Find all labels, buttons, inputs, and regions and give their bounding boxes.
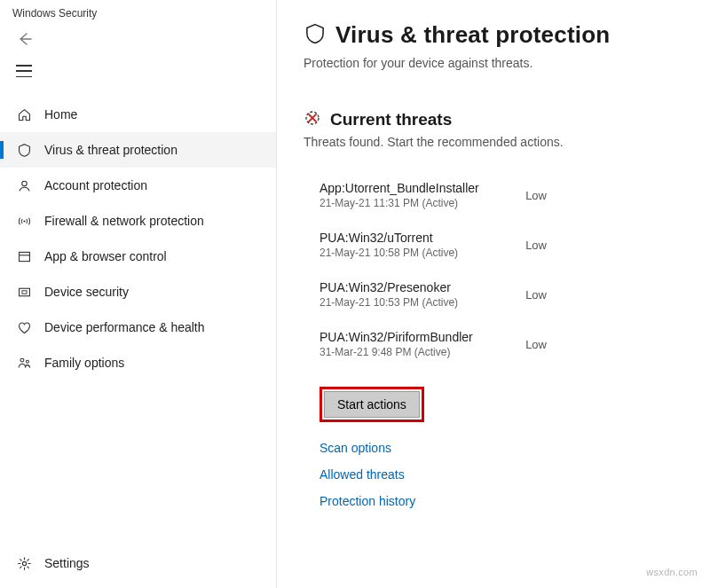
back-arrow-icon xyxy=(16,30,34,48)
threat-item[interactable]: PUA:Win32/PiriformBundler 31-Mar-21 9:48… xyxy=(320,319,550,369)
allowed-threats-link[interactable]: Allowed threats xyxy=(320,461,683,488)
svg-rect-3 xyxy=(19,288,29,296)
sidebar-item-label: Device performance & health xyxy=(44,320,205,334)
family-icon xyxy=(16,355,32,371)
sidebar-item-label: Home xyxy=(44,107,77,122)
threat-item[interactable]: App:Utorrent_BundleInstaller 21-May-21 1… xyxy=(320,170,550,220)
sidebar-item-home[interactable]: Home xyxy=(0,97,276,132)
hamburger-menu-button[interactable] xyxy=(0,56,276,86)
chip-icon xyxy=(16,284,32,300)
sidebar-item-app-browser[interactable]: App & browser control xyxy=(0,239,276,274)
svg-point-6 xyxy=(26,360,28,363)
person-icon xyxy=(16,177,32,193)
antenna-icon xyxy=(16,213,32,229)
links-section: Scan options Allowed threats Protection … xyxy=(320,435,683,514)
sidebar-item-device-security[interactable]: Device security xyxy=(0,274,276,310)
windows-security-window: Windows Security Home Virus & xyxy=(0,0,710,588)
scan-options-link[interactable]: Scan options xyxy=(320,435,683,461)
sidebar-item-virus-threat[interactable]: Virus & threat protection xyxy=(0,132,276,168)
start-actions-highlight: Start actions xyxy=(320,387,424,422)
svg-point-1 xyxy=(23,220,25,222)
sidebar-item-settings[interactable]: Settings xyxy=(0,545,276,581)
threat-meta: 31-Mar-21 9:48 PM (Active) xyxy=(320,346,473,358)
threat-name: PUA:Win32/Presenoker xyxy=(320,280,458,294)
threat-name: PUA:Win32/uTorrent xyxy=(320,231,458,245)
home-icon xyxy=(16,106,32,122)
page-subtitle: Protection for your device against threa… xyxy=(304,56,683,70)
watermark: wsxdn.com xyxy=(646,567,698,577)
section-header-current-threats: Current threats xyxy=(304,109,683,129)
main-content: Virus & threat protection Protection for… xyxy=(277,0,710,588)
threat-meta: 21-May-21 11:31 PM (Active) xyxy=(320,197,479,209)
shield-icon xyxy=(16,142,32,158)
threat-meta: 21-May-21 10:53 PM (Active) xyxy=(320,296,458,309)
nav-list: Home Virus & threat protection Account p… xyxy=(0,97,276,542)
start-actions-button[interactable]: Start actions xyxy=(324,391,420,418)
sidebar-item-label: Settings xyxy=(44,556,90,570)
heart-icon xyxy=(16,319,32,335)
svg-point-5 xyxy=(20,358,23,362)
gear-icon xyxy=(16,555,32,571)
threat-severity: Low xyxy=(525,239,547,252)
page-title: Virus & threat protection xyxy=(335,21,610,49)
hamburger-icon xyxy=(16,65,32,77)
sidebar-item-performance[interactable]: Device performance & health xyxy=(0,310,276,345)
window-title: Windows Security xyxy=(0,0,276,21)
threat-item[interactable]: PUA:Win32/Presenoker 21-May-21 10:53 PM … xyxy=(320,270,550,319)
sidebar: Windows Security Home Virus & xyxy=(0,0,277,588)
threat-list: App:Utorrent_BundleInstaller 21-May-21 1… xyxy=(304,170,683,369)
sidebar-item-family[interactable]: Family options xyxy=(0,345,276,380)
threat-meta: 21-May-21 10:58 PM (Active) xyxy=(320,247,458,259)
shield-icon xyxy=(304,22,327,48)
section-title: Current threats xyxy=(330,110,452,129)
threat-alert-icon xyxy=(304,109,321,129)
sidebar-item-label: Family options xyxy=(44,356,124,370)
sidebar-item-firewall[interactable]: Firewall & network protection xyxy=(0,203,276,239)
svg-rect-4 xyxy=(21,290,26,293)
sidebar-item-account[interactable]: Account protection xyxy=(0,168,276,203)
threat-name: App:Utorrent_BundleInstaller xyxy=(320,181,479,195)
sidebar-item-label: App & browser control xyxy=(44,249,167,263)
back-button[interactable] xyxy=(0,21,276,56)
svg-rect-2 xyxy=(19,252,29,261)
threat-name: PUA:Win32/PiriformBundler xyxy=(320,330,473,344)
protection-history-link[interactable]: Protection history xyxy=(320,488,683,514)
threat-severity: Low xyxy=(525,288,547,302)
sidebar-item-label: Account protection xyxy=(44,178,147,192)
window-icon xyxy=(16,248,32,264)
svg-point-0 xyxy=(21,181,26,185)
threat-severity: Low xyxy=(525,189,547,202)
sidebar-item-label: Firewall & network protection xyxy=(44,214,204,228)
section-subtitle: Threats found. Start the recommended act… xyxy=(304,135,683,149)
page-header: Virus & threat protection xyxy=(304,21,683,49)
sidebar-item-label: Device security xyxy=(44,285,129,299)
threat-severity: Low xyxy=(525,338,547,351)
svg-point-7 xyxy=(22,561,26,565)
threat-item[interactable]: PUA:Win32/uTorrent 21-May-21 10:58 PM (A… xyxy=(320,220,550,270)
sidebar-item-label: Virus & threat protection xyxy=(44,143,178,157)
